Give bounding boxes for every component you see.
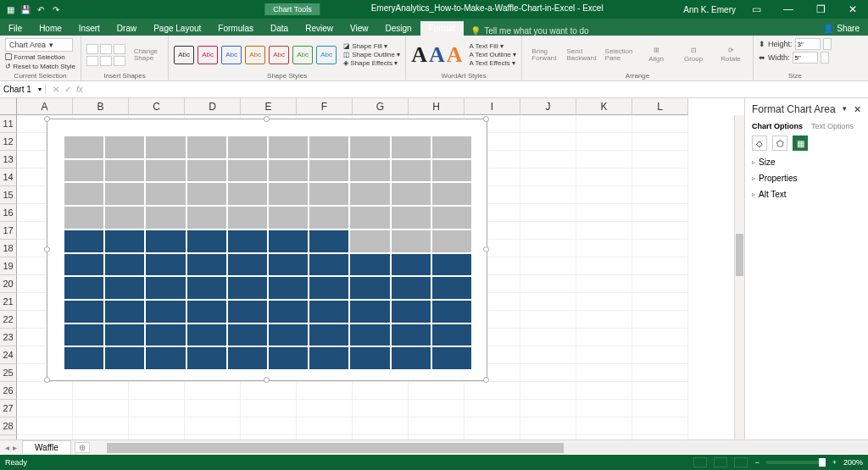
page-layout-view-icon[interactable] [714,457,727,467]
tab-design[interactable]: Design [376,21,420,36]
horizontal-scrollbar[interactable] [107,443,868,453]
close-icon[interactable]: ✕ [841,2,865,17]
pane-section-properties[interactable]: Properties [745,170,868,186]
tab-home[interactable]: Home [31,21,70,36]
width-spinner[interactable] [821,52,829,64]
row-header[interactable]: 17 [0,222,17,240]
zoom-out-icon[interactable]: − [754,458,759,467]
tab-view[interactable]: View [342,21,377,36]
row-header[interactable]: 21 [0,293,17,311]
enter-formula-icon[interactable]: ✓ [64,85,71,94]
save-icon[interactable]: 💾 [20,4,31,14]
selection-handle[interactable] [483,246,489,252]
selection-handle[interactable] [264,377,270,383]
row-header[interactable]: 25 [0,364,17,382]
wordart-preset[interactable]: A [411,42,427,68]
pane-section-alt-text[interactable]: Alt Text [745,186,868,202]
row-header[interactable]: 13 [0,151,17,169]
chart-object[interactable] [47,119,487,381]
bring-forward-button[interactable]: Bring Forward [527,48,561,62]
row-header[interactable]: 22 [0,311,17,329]
wordart-preset[interactable]: A [429,42,445,68]
shapes-gallery[interactable] [86,44,125,66]
share-button[interactable]: 👤Share [815,21,868,36]
selection-handle[interactable] [483,116,489,122]
rotate-button[interactable]: ⟳Rotate [714,47,748,63]
row-header[interactable]: 20 [0,275,17,293]
row-header[interactable]: 28 [0,417,17,435]
tab-data[interactable]: Data [262,21,297,36]
row-header[interactable]: 11 [0,115,17,133]
shape-style-preset[interactable]: Abc [198,46,218,64]
column-header[interactable]: E [241,98,297,115]
vscroll-thumb[interactable] [736,234,743,276]
shape-fill-button[interactable]: ◪ Shape Fill ▾ [343,42,400,50]
row-header[interactable]: 12 [0,133,17,151]
vertical-scrollbar[interactable] [734,115,744,440]
row-header[interactable]: 26 [0,382,17,400]
maximize-icon[interactable]: ❐ [809,2,832,17]
chart-options-tab[interactable]: Chart Options [752,122,803,130]
selection-handle[interactable] [44,377,50,383]
tab-formulas[interactable]: Formulas [209,21,262,36]
shape-style-preset[interactable]: Abc [221,46,242,64]
shape-effects-button[interactable]: ◈ Shape Effects ▾ [343,59,400,67]
select-all-corner[interactable] [0,98,17,115]
selection-pane-button[interactable]: Selection Pane [602,48,636,62]
tab-page-layout[interactable]: Page Layout [145,21,209,36]
row-headers[interactable]: 11121314151617181920212223242526272829 [0,115,17,440]
column-header[interactable]: A [17,98,73,115]
tab-file[interactable]: File [0,21,31,36]
change-shape-button[interactable]: Change Shape [129,48,163,62]
tab-format[interactable]: Format [420,21,465,36]
reset-style-button[interactable]: ↺ Reset to Match Style [5,63,75,70]
column-header[interactable]: F [297,98,353,115]
tab-insert[interactable]: Insert [70,21,108,36]
shape-style-preset[interactable]: Abc [316,46,337,64]
normal-view-icon[interactable] [693,457,707,467]
zoom-level[interactable]: 200% [843,458,863,467]
column-header[interactable]: I [465,98,520,115]
effects-icon[interactable]: ⬠ [772,135,787,151]
sheet-tab-waffle[interactable]: Waffle [22,440,71,454]
undo-icon[interactable]: ↶ [36,4,46,14]
selection-handle[interactable] [44,116,50,122]
column-header[interactable]: G [353,98,409,115]
pane-options-icon[interactable]: ▾ [843,104,847,115]
zoom-in-icon[interactable]: + [832,458,837,467]
size-properties-icon[interactable]: ▦ [793,135,808,151]
row-header[interactable]: 14 [0,169,17,186]
selection-handle[interactable] [44,246,50,252]
tab-review[interactable]: Review [297,21,342,36]
shape-style-preset[interactable]: Abc [245,46,265,64]
tab-nav-first-icon[interactable]: ◂ [5,443,9,452]
new-sheet-button[interactable]: ⊕ [75,442,90,453]
ribbon-display-icon[interactable]: ▭ [744,2,768,17]
column-header[interactable]: B [73,98,129,115]
shape-style-preset[interactable]: Abc [292,46,313,64]
zoom-slider[interactable] [766,461,826,464]
name-box[interactable]: Chart 1▾ [0,85,46,94]
format-selection-button[interactable]: 🞎 Format Selection [5,53,65,61]
shape-outline-button[interactable]: ◫ Shape Outline ▾ [343,51,400,58]
row-header[interactable]: 24 [0,346,17,364]
row-header[interactable]: 18 [0,240,17,257]
group-button[interactable]: ⊡Group [676,47,710,63]
width-input[interactable] [793,52,818,64]
height-input[interactable] [795,38,821,50]
column-header[interactable]: H [409,98,465,115]
tell-me-search[interactable]: 💡 Tell me what you want to do [470,26,588,36]
row-header[interactable]: 16 [0,204,17,222]
column-header[interactable]: L [632,98,688,115]
text-effects-button[interactable]: A Text Effects ▾ [470,59,516,67]
pane-section-size[interactable]: Size [745,154,868,170]
text-fill-button[interactable]: A Text Fill ▾ [470,42,516,50]
worksheet-area[interactable]: ABCDEFGHIJKL 111213141516171819202122232… [0,98,744,440]
pane-close-icon[interactable]: ✕ [854,104,861,115]
selection-handle[interactable] [264,116,270,122]
redo-icon[interactable]: ↷ [51,4,61,14]
page-break-view-icon[interactable] [734,457,748,467]
tab-draw[interactable]: Draw [108,21,145,36]
fx-icon[interactable]: fx [76,85,83,94]
send-backward-button[interactable]: Send Backward [565,48,598,62]
